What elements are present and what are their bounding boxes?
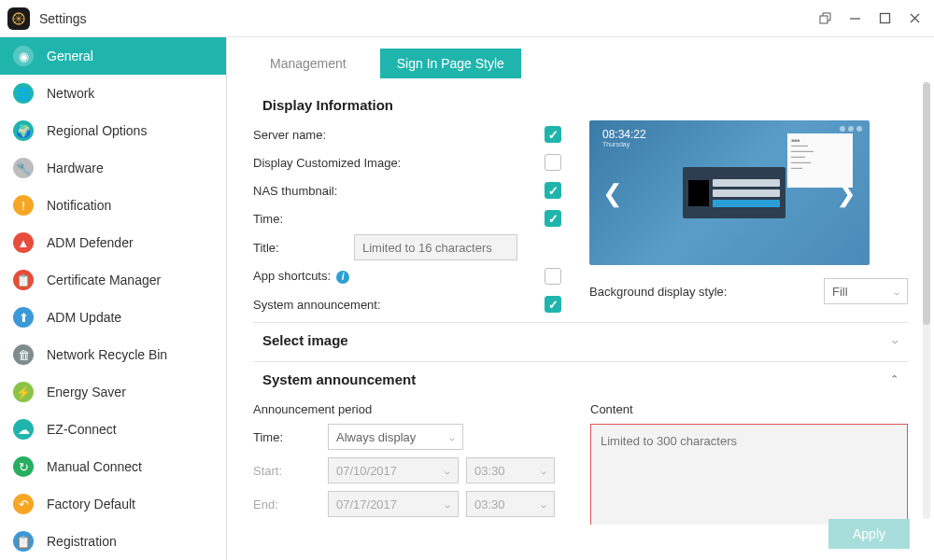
sidebar-item-hardware[interactable]: 🔧Hardware [0,149,226,187]
chevron-down-icon: ⌵ [541,466,546,476]
sidebar-item-network-icon: 🌐 [13,83,34,104]
sidebar-item-label: ADM Defender [47,235,134,250]
chevron-down-icon: ⌵ [449,432,455,442]
checkbox-time[interactable] [545,210,561,227]
sidebar-item-adm-defender[interactable]: ▲ADM Defender [0,224,226,261]
sidebar-item-label: General [47,49,93,63]
titlebar: Settings [0,0,934,37]
sidebar-item-regional[interactable]: 🌍Regional Options [0,112,226,149]
app-icon [7,7,30,30]
preview-login-box [683,167,785,218]
sidebar-item-registration[interactable]: 📋Registration [0,523,226,560]
label-title: Title: [253,241,354,255]
sidebar-item-adm-defender-icon: ▲ [13,232,34,253]
chevron-down-icon: ⌵ [892,334,899,346]
section-display-information: Display Information [253,88,908,120]
sidebar-item-adm-update[interactable]: ⬆ADM Update [0,299,226,336]
sidebar-item-notification[interactable]: !Notification [0,187,226,224]
select-end-time[interactable]: 03:30⌵ [466,491,555,517]
sidebar-item-certificate-manager[interactable]: 📋Certificate Manager [0,261,226,299]
sidebar-item-label: Network [47,86,94,101]
label-server-name: Server name: [253,128,421,142]
accordion-select-image[interactable]: Select image ⌵ [253,323,908,357]
preview-time: 08:34:22Thursday [602,128,646,147]
label-nas-thumbnail: NAS thumbnail: [253,184,421,198]
sidebar-item-certificate-manager-icon: 📋 [13,270,34,290]
label-end: End: [253,497,328,511]
chevron-down-icon: ⌵ [894,287,899,297]
label-system-announcement: System announcement: [253,298,421,312]
sidebar-item-ez-connect[interactable]: ☁EZ-Connect [0,411,226,448]
content-pane: Management Sign In Page Style Display In… [227,37,934,560]
sidebar-item-factory-default-icon: ↶ [13,494,34,514]
sidebar-item-adm-update-icon: ⬆ [13,307,34,328]
textarea-content[interactable] [590,424,908,525]
sidebar-item-label: Manual Connect [47,459,142,474]
select-start-time[interactable]: 03:30⌵ [466,457,555,483]
checkbox-system-announcement[interactable] [545,296,561,313]
sidebar-item-label: Hardware [47,161,104,175]
sidebar-item-energy-saver-icon: ⚡ [13,382,34,402]
minimize-icon[interactable] [848,12,861,25]
label-custom-image: Display Customized Image: [253,156,421,170]
sidebar-item-label: Energy Saver [47,385,126,399]
scrollbar[interactable] [923,82,930,519]
sidebar-item-recycle-bin-icon: 🗑 [13,344,34,365]
checkbox-server-name[interactable] [545,126,561,143]
label-period: Announcement period [253,402,562,416]
sidebar-item-label: Registration [47,534,117,549]
tab-signin-style[interactable]: Sign In Page Style [380,49,521,78]
info-icon[interactable]: i [336,271,349,284]
select-end-date[interactable]: 07/17/2017⌵ [328,491,459,517]
label-content: Content [590,402,908,416]
sidebar-item-general-icon: ◉ [13,46,34,66]
sidebar-item-label: Certificate Manager [47,273,161,287]
sidebar-item-hardware-icon: 🔧 [13,158,34,178]
label-bg-style: Background display style: [589,285,824,299]
svg-rect-8 [880,14,889,23]
chevron-up-icon: ⌃ [890,373,899,385]
checkbox-nas-thumbnail[interactable] [545,182,561,199]
apply-button[interactable]: Apply [828,519,910,549]
close-icon[interactable] [908,12,921,25]
accordion-system-announcement[interactable]: System announcement ⌃ [253,362,908,397]
sidebar-item-label: Notification [47,198,111,213]
sidebar-item-label: ADM Update [47,310,121,325]
preview-prev-icon[interactable]: ❮ [595,171,630,215]
checkbox-app-shortcuts[interactable] [545,268,561,285]
sidebar-item-recycle-bin[interactable]: 🗑Network Recycle Bin [0,336,226,373]
sidebar-item-ez-connect-icon: ☁ [13,419,34,440]
tabs: Management Sign In Page Style [253,37,917,88]
sidebar: ◉General🌐Network🌍Regional Options🔧Hardwa… [0,37,227,560]
select-start-date[interactable]: 07/10/2017⌵ [328,457,459,483]
sidebar-item-manual-connect-icon: ↻ [13,456,34,477]
label-app-shortcuts: App shortcuts:i [253,269,421,284]
sidebar-item-registration-icon: 📋 [13,531,34,552]
sidebar-item-label: Network Recycle Bin [47,347,167,362]
sidebar-item-energy-saver[interactable]: ⚡Energy Saver [0,373,226,411]
sidebar-item-general[interactable]: ◉General [0,37,226,75]
label-period-time: Time: [253,430,328,444]
sidebar-item-factory-default[interactable]: ↶Factory Default [0,485,226,523]
sidebar-item-notification-icon: ! [13,195,34,216]
svg-rect-6 [820,16,828,23]
login-preview: 08:34:22Thursday ❮ ❯ ■■■━━━━━━━━━━━━━━━━… [589,120,870,265]
select-bg-style[interactable]: Fill⌵ [824,278,908,304]
sidebar-item-regional-icon: 🌍 [13,120,34,141]
label-time: Time: [253,212,421,226]
input-title[interactable] [354,234,517,260]
sidebar-item-label: EZ-Connect [47,422,117,437]
window-title: Settings [39,11,87,26]
select-period-time[interactable]: Always display⌵ [328,424,463,450]
tab-management[interactable]: Management [253,49,363,78]
sidebar-item-label: Regional Options [47,123,147,138]
checkbox-custom-image[interactable] [545,154,561,171]
restore-down-icon[interactable] [818,12,831,25]
preview-announcement-box: ■■■━━━━━━━━━━━━━━━━━━━━━━━━━━━━━━ [787,133,853,188]
chevron-down-icon: ⌵ [541,499,546,510]
label-start: Start: [253,464,328,478]
sidebar-item-manual-connect[interactable]: ↻Manual Connect [0,448,226,485]
sidebar-item-label: Factory Default [47,497,135,511]
sidebar-item-network[interactable]: 🌐Network [0,75,226,112]
maximize-icon[interactable] [878,12,891,25]
